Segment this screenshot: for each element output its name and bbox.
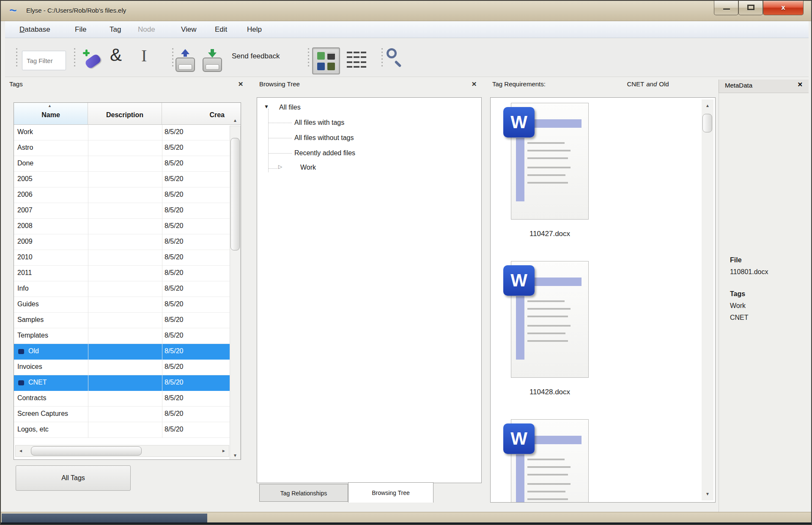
expanded-arrow-icon[interactable]: ▼: [264, 104, 269, 110]
toolbar-grip[interactable]: [16, 48, 17, 68]
table-row[interactable]: Screen Captures8/5/20: [14, 407, 230, 422]
table-row[interactable]: Contracts8/5/20: [14, 391, 230, 407]
scroll-down-icon[interactable]: ▼: [230, 451, 240, 460]
document-text-line: [527, 174, 565, 176]
table-row[interactable]: 20098/5/20: [14, 234, 230, 250]
tag-name-cell: Astro: [17, 144, 33, 151]
metadata-tags-label: Tags: [730, 290, 745, 298]
browsing-tree-panel-close-icon[interactable]: ✕: [469, 80, 479, 89]
maximize-button[interactable]: [738, 1, 763, 15]
table-row[interactable]: 20108/5/20: [14, 250, 230, 266]
metadata-panel: File 110801.docx Tags WorkCNET: [719, 93, 809, 514]
all-tags-button[interactable]: All Tags: [16, 465, 131, 491]
menu-item-view[interactable]: View: [179, 21, 198, 38]
collapsed-arrow-icon[interactable]: ▷: [278, 164, 282, 170]
table-row[interactable]: 20058/5/20: [14, 172, 230, 187]
tree-item[interactable]: All files with tags: [294, 116, 344, 129]
new-tag-button[interactable]: [83, 49, 102, 70]
document-text-line: [527, 150, 571, 151]
menu-item-help[interactable]: Help: [245, 21, 263, 38]
send-feedback-button[interactable]: Send feedback: [232, 52, 280, 60]
table-row[interactable]: Done8/5/20: [14, 156, 230, 172]
table-row[interactable]: Samples8/5/20: [14, 313, 230, 328]
list-view-button[interactable]: [347, 51, 366, 69]
metadata-panel-header[interactable]: MetaData ✕: [719, 80, 809, 93]
table-row[interactable]: Info8/5/20: [14, 281, 230, 297]
and-mode-button[interactable]: &: [110, 45, 122, 65]
tab-tag-relationships[interactable]: Tag Relationships: [259, 484, 348, 502]
minimize-icon: [723, 8, 730, 10]
toolbar-grip[interactable]: [308, 48, 309, 68]
arrow-down-icon: [208, 52, 217, 58]
vertical-scrollbar[interactable]: ▲ ▼: [230, 126, 241, 460]
grid-line: [162, 125, 162, 438]
tag-filter-input[interactable]: [22, 51, 66, 70]
column-header-description[interactable]: Description: [88, 103, 162, 125]
intersect-mode-button[interactable]: I: [141, 46, 147, 66]
menu-item-edit[interactable]: Edit: [213, 21, 229, 38]
table-row[interactable]: Invoices8/5/20: [14, 360, 230, 375]
minimize-button[interactable]: [714, 1, 738, 15]
panel-splitter[interactable]: [483, 78, 489, 514]
scrollbar-thumb[interactable]: [702, 114, 712, 132]
tag-name-cell: Logos, etc: [17, 426, 49, 433]
toolbar-grip[interactable]: [74, 48, 75, 68]
title-bar[interactable]: ~ Elyse - C:/Users/Rob/Rob's files.ely x: [1, 1, 811, 21]
scrollbar-thumb[interactable]: [31, 446, 142, 456]
table-row[interactable]: Guides8/5/20: [14, 297, 230, 313]
tag-created-cell: 8/5/20: [165, 379, 183, 386]
window-frame-edge: [1, 522, 811, 524]
tab-browsing-tree[interactable]: Browsing Tree: [348, 482, 433, 503]
scrollbar-thumb[interactable]: [230, 138, 240, 250]
thumbnail-view-button[interactable]: [312, 47, 340, 74]
tags-panel-title: Tags: [9, 80, 23, 88]
vertical-scrollbar[interactable]: ▲ ▼: [702, 99, 713, 500]
table-row[interactable]: 20068/5/20: [14, 187, 230, 203]
tree-item[interactable]: Recently added files: [294, 147, 355, 159]
table-row[interactable]: CNET8/5/20: [14, 375, 230, 391]
table-row[interactable]: Astro8/5/20: [14, 140, 230, 156]
scroll-up-icon[interactable]: ▲: [702, 101, 713, 110]
tree-item-all-files[interactable]: All files: [279, 101, 301, 114]
toolbar-grip[interactable]: [172, 48, 173, 68]
panel-splitter[interactable]: [249, 78, 255, 514]
menu-item-node[interactable]: Node: [136, 21, 157, 38]
tags-panel-close-icon[interactable]: ✕: [236, 80, 245, 89]
menu-item-database[interactable]: Database: [18, 21, 52, 38]
menu-item-tag[interactable]: Tag: [108, 21, 123, 38]
tree-item-work[interactable]: Work: [300, 161, 316, 174]
menu-item-file[interactable]: File: [73, 21, 88, 38]
close-button[interactable]: x: [763, 1, 804, 15]
application-window: ~ Elyse - C:/Users/Rob/Rob's files.ely x…: [0, 0, 812, 525]
tag-name-cell: 2006: [17, 191, 33, 198]
horizontal-scrollbar[interactable]: ◄ ►: [15, 445, 229, 457]
table-row[interactable]: 20118/5/20: [14, 266, 230, 281]
tag-created-cell: 8/5/20: [165, 347, 183, 355]
table-row[interactable]: Work8/5/20: [14, 125, 230, 140]
scroll-right-icon[interactable]: ►: [219, 445, 228, 456]
table-row[interactable]: 20078/5/20: [14, 203, 230, 219]
tag-created-cell: 8/5/20: [165, 394, 183, 402]
table-row[interactable]: Logos, etc8/5/20: [14, 422, 230, 438]
table-row[interactable]: Templates8/5/20: [14, 328, 230, 344]
scroll-left-icon[interactable]: ◄: [16, 445, 25, 456]
scroll-down-icon[interactable]: ▼: [702, 489, 713, 499]
scroll-up-icon[interactable]: ▲: [230, 116, 240, 125]
document-text-line: [527, 316, 568, 317]
column-header-created[interactable]: Crea: [162, 103, 241, 125]
tag-name-cell: Old: [28, 347, 39, 355]
tree-item[interactable]: All files without tags: [294, 132, 354, 144]
toolbar-grip[interactable]: [381, 48, 383, 68]
search-button[interactable]: [385, 47, 403, 69]
tree-connector: [268, 138, 292, 138]
table-row[interactable]: Old8/5/20: [14, 344, 230, 360]
document-text-line: [527, 142, 565, 144]
table-row[interactable]: 20088/5/20: [14, 219, 230, 234]
maximize-icon: [747, 5, 754, 10]
export-button[interactable]: [175, 49, 195, 74]
tag-name-cell: 2008: [17, 222, 33, 230]
import-button[interactable]: [202, 49, 222, 74]
requirement-tag: CNET: [627, 80, 644, 88]
device-slot-icon: [178, 64, 192, 70]
metadata-panel-close-icon[interactable]: ✕: [797, 81, 803, 88]
